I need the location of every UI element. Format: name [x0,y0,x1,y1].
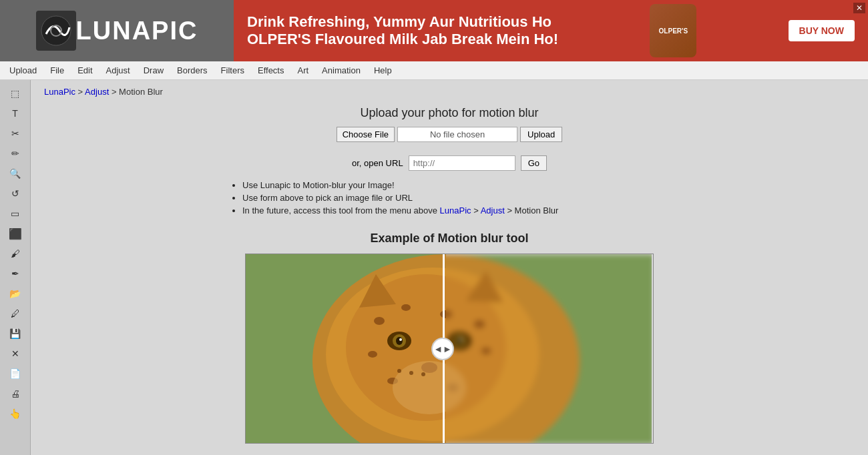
svg-point-0 [41,16,71,45]
ad-image-area: OLPER'S [650,4,696,57]
instruction-2: Use form above to pick an image file or … [242,193,683,203]
navbar: Upload File Edit Adjust Draw Borders Fil… [0,61,868,80]
url-row: or, open URL Go [44,155,855,171]
svg-point-42 [459,338,462,341]
nav-edit[interactable]: Edit [71,63,99,78]
breadcrumb-sep1: > [78,87,85,97]
instruction-lunapic-link[interactable]: LunaPic [440,205,471,215]
nav-effects[interactable]: Effects [251,63,291,78]
tool-fill[interactable]: ⬛ [5,224,26,243]
logo-icon [36,11,76,51]
example-title: Example of Motion blur tool [44,232,855,246]
ad-text: Drink Refreshing, Yummy Aur Nutritious H… [247,13,558,48]
breadcrumb: LunaPic > Adjust > Motion Blur [44,87,855,97]
main-layout: ⬚ T ✂ ✏ 🔍 ↺ ▭ ⬛ 🖌 ✒ 📂 🖊 💾 ✕ 📄 🖨 👆 LunaPi… [0,80,868,455]
svg-point-17 [374,317,385,325]
svg-point-41 [456,337,463,345]
tool-pencil[interactable]: ✏ [5,144,26,163]
logo-text: LUNAPIC [76,17,198,45]
nav-file[interactable]: File [43,63,71,78]
nav-help[interactable]: Help [367,63,399,78]
logo-label: LUNAPIC [76,17,198,45]
tool-pen[interactable]: ✒ [5,264,26,283]
tool-print[interactable]: 🖨 [5,384,26,403]
upload-section: Upload your photo for motion blur Choose… [44,106,855,142]
breadcrumb-sep2: > [112,87,119,97]
ad-product-image: OLPER'S [650,4,696,57]
tool-cut[interactable]: ✂ [5,124,26,143]
tool-open[interactable]: 📂 [5,284,26,303]
image-right-panel [446,254,652,444]
tool-zoom[interactable]: 🔍 [5,164,26,183]
instruction-adjust-link[interactable]: Adjust [481,205,505,215]
breadcrumb-page: Motion Blur [119,87,163,97]
svg-point-27 [409,371,413,375]
tool-rect[interactable]: ▭ [5,204,26,223]
tool-eraser[interactable]: 🖊 [5,304,26,323]
choose-file-button[interactable]: Choose File [337,127,395,142]
tool-save[interactable]: 💾 [5,324,26,343]
ad-close-btn[interactable]: ✕ [853,3,865,13]
instruction-3: In the future, access this tool from the… [242,205,683,215]
tool-select[interactable]: ⬚ [5,84,26,103]
divider-handle[interactable]: ◄► [431,338,454,360]
url-input[interactable] [409,155,515,171]
instructions-list: Use Lunapic to Motion-blur your Image! U… [216,180,683,215]
split-image-container: ◄► [245,254,654,444]
svg-point-28 [421,372,425,376]
nav-filters[interactable]: Filters [214,63,251,78]
nav-upload[interactable]: Upload [3,63,43,78]
tool-text[interactable]: T [5,104,26,123]
ad-line1: Drink Refreshing, Yummy Aur Nutritious H… [247,13,558,31]
svg-point-26 [397,369,401,373]
svg-point-10 [396,337,403,345]
url-label: or, open URL [352,158,403,168]
svg-point-18 [401,304,411,311]
upload-button[interactable]: Upload [520,127,562,142]
nav-borders[interactable]: Borders [170,63,214,78]
tool-pointer[interactable]: 👆 [5,404,26,423]
instruction-1: Use Lunapic to Motion-blur your Image! [242,180,683,190]
svg-point-49 [481,348,491,354]
ad-line2: OLPER'S Flavoured Milk Jab Break Mein Ho… [247,31,558,48]
nav-art[interactable]: Art [290,63,315,78]
nav-adjust[interactable]: Adjust [99,63,137,78]
svg-point-11 [399,338,402,341]
ad-buy-button[interactable]: BUY NOW [789,20,855,41]
svg-point-47 [474,320,485,328]
content: LunaPic > Adjust > Motion Blur Upload yo… [31,80,868,455]
header: LUNAPIC ✕ Drink Refreshing, Yummy Aur Nu… [0,0,868,61]
image-left-panel [246,254,446,444]
breadcrumb-adjust[interactable]: Adjust [85,87,109,97]
upload-title: Upload your photo for motion blur [44,106,855,120]
logo-area: LUNAPIC [0,0,234,61]
tool-close[interactable]: ✕ [5,344,26,363]
no-file-chosen-label: No file chosen [397,127,517,142]
breadcrumb-home[interactable]: LunaPic [44,87,75,97]
toolbar: ⬚ T ✂ ✏ 🔍 ↺ ▭ ⬛ 🖌 ✒ 📂 🖊 💾 ✕ 📄 🖨 👆 [0,80,31,455]
tool-undo[interactable]: ↺ [5,184,26,203]
svg-point-21 [368,351,377,358]
nav-draw[interactable]: Draw [137,63,170,78]
file-upload-row: Choose File No file chosen Upload [44,127,855,142]
tool-new[interactable]: 📄 [5,364,26,383]
tool-brush[interactable]: 🖌 [5,244,26,263]
nav-animation[interactable]: Animation [315,63,367,78]
example-section: Example of Motion blur tool [44,232,855,444]
ad-banner: ✕ Drink Refreshing, Yummy Aur Nutritious… [234,0,868,61]
go-button[interactable]: Go [521,155,547,171]
ad-brand-label: OLPER'S [659,27,688,35]
